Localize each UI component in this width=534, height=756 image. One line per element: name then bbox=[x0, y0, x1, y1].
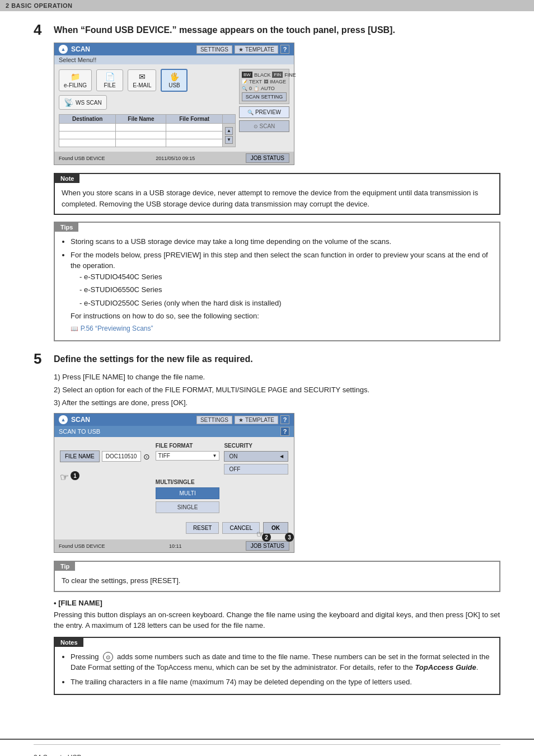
book-icon: 📖 bbox=[71, 325, 78, 332]
step4-scroll-col bbox=[223, 115, 236, 124]
finger-icon-1: ☞ bbox=[60, 472, 69, 483]
step4-efiling-btn[interactable]: 📁 e-FILING bbox=[59, 69, 92, 91]
step5-ok-btn[interactable]: OK bbox=[263, 522, 288, 534]
step5-notes-label: Notes bbox=[55, 638, 83, 647]
step4-fformat-cell3 bbox=[166, 139, 223, 147]
step4-col-format: File Format bbox=[166, 115, 223, 124]
step5-filename-btn[interactable]: FILE NAME bbox=[60, 450, 100, 462]
step4-scan-btn[interactable]: ⊙ SCAN bbox=[239, 120, 289, 132]
step5-clock-icon[interactable]: ⊙ bbox=[143, 452, 150, 461]
scroll-arrows: ▲ ▼ bbox=[225, 127, 233, 144]
step5-tip-box: Tip To clear the settings, press [RESET]… bbox=[54, 561, 500, 592]
step4-fformat-cell2 bbox=[166, 132, 223, 139]
step5-sub3: 3) After the settings are done, press [O… bbox=[54, 397, 500, 409]
step4-wsscan-btn[interactable]: 📡 WS SCAN bbox=[59, 95, 107, 110]
email-icon: ✉ bbox=[139, 72, 146, 81]
step5-filename-value: DOC110510 bbox=[102, 451, 141, 462]
step5-template-btn[interactable]: ★ TEMPLATE bbox=[235, 416, 278, 424]
step5-panel-footer: Found USB DEVICE 10:11 JOB STATUS bbox=[54, 539, 294, 552]
step4-panel-left: 📁 e-FILING 📄 FILE ✉ E-MAIL bbox=[59, 69, 236, 147]
step5-panel-header: ▲ SCAN SETTINGS ★ TEMPLATE ? bbox=[54, 414, 294, 426]
on-arrow: ◀ bbox=[280, 454, 283, 459]
step4-sub-title: Select Menu!! bbox=[59, 57, 96, 63]
step5-scan-title: SCAN bbox=[71, 416, 90, 424]
step5-format-select[interactable]: TIFF ▼ bbox=[156, 451, 220, 461]
step4-panel-body: 📁 e-FILING 📄 FILE ✉ E-MAIL bbox=[54, 64, 294, 152]
scan-icon: ▲ bbox=[59, 45, 68, 54]
step5-multi-btn[interactable]: MULTI bbox=[156, 487, 220, 499]
file-icon: 📄 bbox=[105, 72, 115, 81]
step4-text-label: TEXT bbox=[249, 79, 262, 84]
step5-filename-row: FILE NAME DOC110510 ⊙ bbox=[60, 450, 150, 462]
topaccess-guide-ref: TopAccess Guide bbox=[415, 663, 476, 672]
step4-scroll[interactable]: ▲ ▼ bbox=[223, 124, 236, 147]
step5-footer-text: Found USB DEVICE bbox=[59, 543, 105, 549]
step4-fname-cell bbox=[116, 124, 166, 132]
step4-black-row: BW BLACK FIN FINE bbox=[242, 72, 287, 78]
list-item: Pressing ⊙ adds some numbers such as dat… bbox=[71, 651, 493, 673]
step4-email-btn[interactable]: ✉ E-MAIL bbox=[128, 69, 156, 91]
step4-usb-btn[interactable]: 🖐 USB bbox=[161, 69, 188, 92]
step5-sub1: 1) Press [FILE NAME] to change the file … bbox=[54, 372, 500, 383]
step4-job-status-btn[interactable]: JOB STATUS bbox=[246, 153, 289, 163]
step5-cancel-btn[interactable]: CANCEL bbox=[222, 522, 260, 534]
bottom-rule bbox=[34, 744, 500, 745]
step4-file-btn[interactable]: 📄 FILE bbox=[96, 69, 123, 91]
img-icon: 🖼 bbox=[264, 79, 268, 84]
step4-email-label: E-MAIL bbox=[133, 82, 151, 88]
step4-auto-label: AUTO bbox=[261, 86, 275, 91]
step5-security-section: SECURITY ON ◀ OFF bbox=[224, 443, 288, 475]
step5-panel-body: FILE NAME DOC110510 ⊙ ☞ 1 FILE FORMAT bbox=[54, 437, 294, 539]
step5-tip-label: Tip bbox=[55, 562, 75, 571]
list-item: e-STUDIO2550C Series (only when the hard… bbox=[79, 298, 493, 309]
step4-dest-cell2 bbox=[59, 132, 116, 139]
step5-sub1-text: Press [FILE NAME] to change the file nam… bbox=[62, 373, 205, 381]
step5-settings-btn[interactable]: SETTINGS bbox=[196, 416, 232, 424]
list-item: e-STUDIO6550C Series bbox=[79, 284, 493, 295]
clock-circle-icon: ⊙ bbox=[103, 652, 113, 662]
top-bar-text: 2 BASIC OPERATION bbox=[6, 2, 73, 9]
step4-template-btn[interactable]: ★ TEMPLATE bbox=[235, 45, 278, 54]
preview-icon: 🔍 bbox=[247, 110, 254, 115]
step4-ref-link[interactable]: P.56 “Previewing Scans” bbox=[81, 325, 153, 332]
step4-scan-setting-btn[interactable]: SCAN SETTING bbox=[242, 92, 287, 101]
step5-off-label: OFF bbox=[229, 466, 240, 472]
step4-note-content: When you store scans in a USB storage de… bbox=[55, 183, 499, 214]
scroll-down[interactable]: ▼ bbox=[225, 136, 233, 144]
step5-tip-content: To clear the settings, press [RESET]. bbox=[55, 571, 499, 591]
step4-footer-text: Found USB DEVICE bbox=[59, 156, 105, 161]
step4-settings-btn[interactable]: SETTINGS bbox=[196, 45, 232, 54]
step4-sub-header: Select Menu!! bbox=[54, 55, 294, 64]
step5-reset-btn[interactable]: RESET bbox=[186, 522, 219, 534]
step5-right: FILE FORMAT TIFF ▼ SECURITY ON ◀ bbox=[156, 443, 288, 534]
step5-scan-panel: ▲ SCAN SETTINGS ★ TEMPLATE ? SCAN TO USB bbox=[54, 413, 294, 553]
step4-fine-label: FINE bbox=[284, 72, 296, 78]
step4-panel-right: BW BLACK FIN FINE 📝 TEXT 🖼 IMAGE bbox=[239, 69, 289, 147]
step5-sub2: 2) Select an option for each of the FILE… bbox=[54, 384, 500, 396]
step4-note-box: Note When you store scans in a USB stora… bbox=[54, 173, 500, 215]
step5-filename-section: • [FILE NAME] Pressing this button displ… bbox=[54, 599, 500, 631]
step5-single-btn[interactable]: SINGLE bbox=[156, 501, 220, 513]
step5-format-section: FILE FORMAT TIFF ▼ bbox=[156, 443, 220, 475]
step4-preview-btn[interactable]: 🔍 PREVIEW bbox=[239, 106, 289, 118]
step5-star-icon: ★ bbox=[238, 417, 243, 423]
step4-help-btn[interactable]: ? bbox=[280, 45, 289, 54]
step4-table: Destination File Name File Format bbox=[59, 114, 236, 147]
step5-note2-text: The trailing characters in a file name (… bbox=[71, 678, 412, 686]
step5-header-left: ▲ SCAN bbox=[59, 415, 90, 424]
scroll-up[interactable]: ▲ bbox=[225, 127, 233, 135]
step5-job-status-btn[interactable]: JOB STATUS bbox=[246, 541, 289, 551]
step5-on-btn[interactable]: ON ◀ bbox=[224, 451, 288, 462]
step5-title: Define the settings for the new file as … bbox=[54, 351, 253, 365]
page: 2 BASIC OPERATION 4 When “Found USB DEVI… bbox=[0, 0, 534, 756]
step5-help2-btn[interactable]: ? bbox=[280, 427, 289, 436]
step4-file-label: FILE bbox=[104, 82, 116, 88]
scan-action-icon: ⊙ bbox=[254, 124, 258, 129]
step4-fformat-cell bbox=[166, 124, 223, 132]
step5-help-btn[interactable]: ? bbox=[280, 415, 289, 424]
step4-note-text: When you store scans in a USB storage de… bbox=[62, 189, 478, 208]
step5-off-btn[interactable]: OFF bbox=[224, 464, 288, 475]
step4-black-label: BLACK bbox=[254, 72, 271, 78]
step4-fname-cell2 bbox=[116, 132, 166, 139]
step4-scan-title: SCAN bbox=[71, 45, 90, 53]
